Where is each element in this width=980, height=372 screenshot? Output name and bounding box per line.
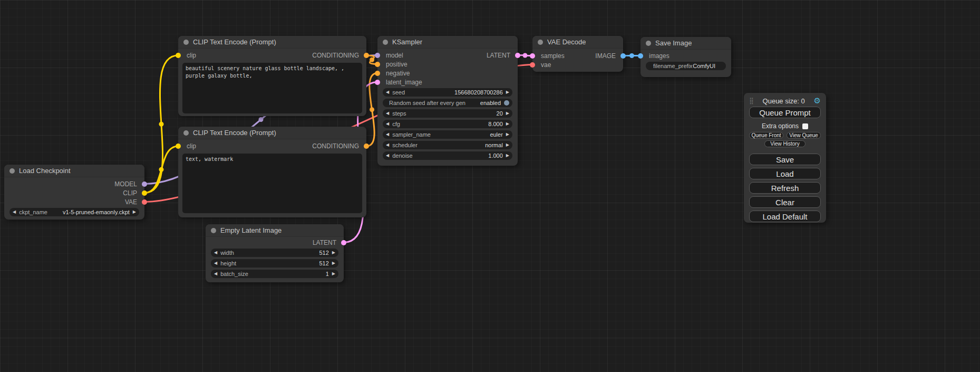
filename-prefix-widget[interactable]: filename_prefix ComfyUI (646, 62, 726, 70)
increment-arrow-icon[interactable]: ▶ (506, 109, 509, 118)
increment-arrow-icon[interactable]: ▶ (332, 249, 335, 257)
prev-value-arrow-icon[interactable]: ◀ (386, 130, 389, 139)
link-midpoint-dot[interactable] (159, 122, 164, 127)
queue-buttons-row: Queue Front View Queue (749, 132, 821, 139)
seed-widget[interactable]: ◀ seed 156680208700286 ▶ (383, 88, 512, 97)
decrement-arrow-icon[interactable]: ◀ (214, 270, 217, 278)
latent-output-slot[interactable] (515, 53, 520, 58)
node-title-bar[interactable]: Save Image (641, 37, 731, 50)
steps-widget[interactable]: ◀ steps 20 ▶ (383, 109, 512, 118)
queue-front-button[interactable]: Queue Front (749, 132, 783, 139)
decrement-arrow-icon[interactable]: ◀ (386, 151, 389, 160)
widget-label: width (220, 250, 234, 256)
latent-output-slot[interactable] (341, 240, 346, 245)
increment-arrow-icon[interactable]: ▶ (332, 270, 335, 278)
prev-value-arrow-icon[interactable]: ◀ (13, 208, 16, 216)
link-midpoint-dot[interactable] (523, 53, 528, 58)
increment-arrow-icon[interactable]: ▶ (506, 88, 509, 97)
empty-latent-image-node[interactable]: Empty Latent Image LATENT ◀ width 512 ▶ … (206, 224, 344, 282)
random-seed-toggle-widget[interactable]: Random seed after every gen enabled (383, 99, 512, 107)
collapse-toggle-icon[interactable] (211, 228, 216, 233)
node-title-bar[interactable]: Empty Latent Image (206, 224, 344, 237)
conditioning-output-slot[interactable] (364, 53, 369, 58)
increment-arrow-icon[interactable]: ▶ (506, 151, 509, 160)
scheduler-widget[interactable]: ◀ scheduler normal ▶ (383, 141, 512, 149)
node-title-bar[interactable]: VAE Decode (532, 36, 623, 49)
load-checkpoint-node[interactable]: Load Checkpoint MODEL CLIP VAE ◀ ckpt_na… (4, 165, 144, 220)
next-value-arrow-icon[interactable]: ▶ (133, 208, 136, 216)
collapse-toggle-icon[interactable] (183, 130, 189, 136)
input-row: vae (532, 60, 623, 69)
collapse-toggle-icon[interactable] (383, 40, 388, 45)
vae-input-slot[interactable] (530, 62, 535, 68)
collapse-toggle-icon[interactable] (9, 168, 15, 174)
clip-output-slot[interactable] (142, 190, 147, 196)
conditioning-output-label: CONDITIONING (312, 142, 359, 150)
negative-input-slot[interactable] (375, 71, 380, 76)
batch-size-widget[interactable]: ◀ batch_size 1 ▶ (211, 270, 338, 278)
collapse-toggle-icon[interactable] (646, 41, 651, 46)
node-title-bar[interactable]: KSampler (377, 36, 518, 49)
refresh-button[interactable]: Refresh (749, 182, 821, 194)
negative-prompt-textarea[interactable]: text, watermark (182, 154, 362, 213)
node-title-bar[interactable]: Load Checkpoint (4, 165, 144, 177)
image-output-slot[interactable] (620, 53, 626, 59)
clip-text-encode-positive-node[interactable]: CLIP Text Encode (Prompt) clip CONDITION… (178, 36, 366, 116)
model-output-slot[interactable] (142, 182, 147, 187)
load-button[interactable]: Load (749, 168, 821, 179)
node-title-bar[interactable]: CLIP Text Encode (Prompt) (178, 127, 366, 139)
latent-image-input-slot[interactable] (375, 80, 380, 85)
queue-prompt-button[interactable]: Queue Prompt (749, 107, 821, 118)
decrement-arrow-icon[interactable]: ◀ (386, 120, 389, 128)
settings-gear-icon[interactable]: ⚙ (814, 96, 821, 106)
clip-input-slot[interactable] (176, 144, 181, 149)
view-queue-button[interactable]: View Queue (787, 132, 821, 139)
model-input-slot[interactable] (375, 53, 380, 58)
positive-input-slot[interactable] (375, 62, 380, 67)
link-midpoint-dot[interactable] (159, 167, 164, 172)
decrement-arrow-icon[interactable]: ◀ (214, 259, 217, 268)
vae-output-slot[interactable] (142, 199, 147, 205)
link-midpoint-dot[interactable] (370, 58, 374, 62)
node-graph-canvas[interactable]: Load Checkpoint MODEL CLIP VAE ◀ ckpt_na… (0, 0, 980, 372)
save-button[interactable]: Save (749, 154, 821, 165)
increment-arrow-icon[interactable]: ▶ (332, 259, 335, 268)
input-row: positive (377, 60, 518, 69)
decrement-arrow-icon[interactable]: ◀ (386, 88, 389, 97)
positive-prompt-textarea[interactable]: beautiful scenery nature glass bottle la… (182, 63, 362, 113)
drag-handle-icon[interactable]: ⣿ (749, 97, 754, 104)
decrement-arrow-icon[interactable]: ◀ (386, 109, 389, 118)
negative-input-label: negative (386, 70, 410, 77)
clear-button[interactable]: Clear (749, 196, 821, 208)
collapse-toggle-icon[interactable] (538, 40, 543, 45)
prev-value-arrow-icon[interactable]: ◀ (386, 141, 389, 149)
images-input-label: images (649, 52, 669, 60)
next-value-arrow-icon[interactable]: ▶ (506, 141, 509, 149)
width-widget[interactable]: ◀ width 512 ▶ (211, 249, 338, 257)
sampler-name-widget[interactable]: ◀ sampler_name euler ▶ (383, 130, 512, 139)
view-history-button[interactable]: View History (764, 140, 806, 147)
decrement-arrow-icon[interactable]: ◀ (214, 249, 217, 257)
height-widget[interactable]: ◀ height 512 ▶ (211, 259, 338, 268)
next-value-arrow-icon[interactable]: ▶ (506, 130, 509, 139)
link-midpoint-dot[interactable] (259, 117, 264, 122)
increment-arrow-icon[interactable]: ▶ (506, 120, 509, 128)
clip-input-slot[interactable] (176, 53, 181, 58)
conditioning-output-slot[interactable] (364, 144, 369, 149)
extra-options-checkbox[interactable] (802, 123, 808, 129)
save-image-node[interactable]: Save Image images filename_prefix ComfyU… (641, 37, 731, 77)
denoise-widget[interactable]: ◀ denoise 1.000 ▶ (383, 151, 512, 160)
collapse-toggle-icon[interactable] (183, 40, 189, 45)
load-default-button[interactable]: Load Default (749, 211, 821, 222)
ksampler-node[interactable]: KSampler model LATENT positive negative … (377, 36, 518, 166)
cfg-widget[interactable]: ◀ cfg 8.000 ▶ (383, 120, 512, 128)
clip-text-encode-negative-node[interactable]: CLIP Text Encode (Prompt) clip CONDITION… (178, 127, 366, 217)
samples-input-slot[interactable] (530, 53, 535, 59)
node-title-bar[interactable]: CLIP Text Encode (Prompt) (178, 36, 366, 49)
vae-decode-node[interactable]: VAE Decode samples IMAGE vae (532, 36, 623, 72)
ckpt-name-widget[interactable]: ◀ ckpt_name v1-5-pruned-emaonly.ckpt ▶ (9, 208, 139, 216)
images-input-slot[interactable] (638, 53, 643, 59)
link-midpoint-dot[interactable] (370, 107, 374, 112)
link-midpoint-dot[interactable] (629, 53, 634, 58)
random-seed-toggle-dot[interactable] (504, 100, 509, 106)
